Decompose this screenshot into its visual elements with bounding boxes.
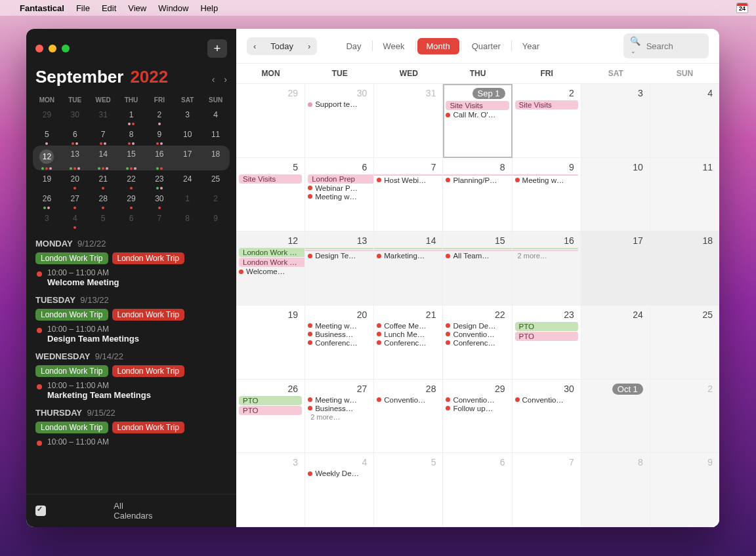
mini-day[interactable]: 7 [145,210,173,229]
agenda-allday-pill[interactable]: London Work Trip [35,422,108,433]
day-cell[interactable]: 11 [650,158,719,232]
mini-day[interactable]: 10 [173,126,201,146]
day-cell[interactable]: 26PTOPTO [236,380,305,454]
agenda-allday-pill[interactable]: London Work Trip [112,252,185,264]
menu-help[interactable]: Help [200,3,218,13]
allday-bar[interactable] [513,248,578,249]
day-cell[interactable]: 3 [236,453,305,527]
mini-day[interactable]: 19 [33,170,61,190]
day-cell[interactable]: 23PTOPTO [513,306,581,380]
mini-day[interactable]: 30 [145,190,173,210]
day-cell[interactable]: 5Site Visits [236,158,305,232]
mini-day[interactable]: 8 [117,126,146,146]
event-item[interactable]: Conventio… [515,396,578,404]
allday-bar[interactable]: Site Visits [239,174,302,184]
agenda-event[interactable]: 10:00 – 11:00 AMDesign Team Meetings [35,325,227,344]
agenda-allday-pill[interactable]: London Work Trip [35,309,108,321]
mini-day[interactable]: 1 [117,106,146,126]
event-item[interactable]: Welcome… [239,268,302,275]
calendar-set-selector[interactable]: All Calendars ⌄ [114,501,152,521]
day-cell[interactable]: 9Meeting w… [513,158,581,232]
event-item[interactable]: Marketing… [377,252,440,260]
allday-bar[interactable] [513,250,578,251]
agenda-event[interactable]: 10:00 – 11:00 AM [35,437,227,447]
allday-bar[interactable]: London Prep [308,174,374,184]
allday-bar[interactable] [443,174,512,176]
search-input[interactable] [646,41,702,51]
event-item[interactable]: Follow up… [446,405,509,412]
prev-period-button[interactable]: ‹ [247,37,262,55]
day-cell[interactable]: 28Conventio… [374,380,443,454]
mini-day[interactable]: 6 [117,210,146,229]
view-month[interactable]: Month [417,38,459,54]
agenda-event[interactable]: 10:00 – 11:00 AMWelcome Meeting [35,268,227,287]
more-events-link[interactable]: 2 more… [515,252,578,260]
day-cell[interactable]: 18 [650,231,719,306]
event-item[interactable]: Conventio… [446,330,509,338]
day-cell[interactable]: 7Host Webi… [374,158,443,232]
day-cell[interactable]: 17 [581,231,650,306]
day-cell[interactable]: 4 [650,84,719,158]
agenda-allday-pill[interactable]: London Work Trip [112,309,185,321]
allday-bar[interactable] [374,250,443,251]
menu-view[interactable]: View [128,3,146,13]
mini-day[interactable]: 16 [145,146,173,170]
event-item[interactable]: Design Te… [308,252,371,260]
day-cell[interactable]: 8 [581,453,650,527]
mini-day[interactable]: 2 [145,106,173,126]
event-item[interactable]: Planning/P… [446,176,509,184]
mini-day[interactable]: 4 [61,210,89,229]
agenda-allday-pill[interactable]: London Work Trip [112,422,185,433]
day-cell[interactable]: 22Design De…Conventio…Conferenc… [443,306,512,380]
event-item[interactable]: Conventio… [377,396,440,404]
day-cell[interactable]: 6London PrepWebinar P…Meeting w… [305,158,374,232]
event-item[interactable]: Conferenc… [446,339,509,347]
day-cell[interactable]: 24 [581,306,650,380]
event-item[interactable]: Coffee Me… [377,322,440,330]
prev-month-button[interactable]: ‹ [212,74,215,85]
allday-bar[interactable] [305,248,374,249]
next-month-button[interactable]: › [224,74,227,85]
day-cell[interactable]: 19 [236,306,305,380]
mini-day[interactable]: 2 [201,190,230,210]
event-item[interactable]: Meeting w… [515,176,578,184]
view-year[interactable]: Year [513,38,549,54]
allday-bar[interactable]: PTO [239,396,302,405]
mini-day[interactable]: 9 [145,126,173,146]
day-cell[interactable]: 30Support te… [305,84,374,158]
day-cell[interactable]: 30Conventio… [513,380,581,454]
mini-day[interactable]: 5 [89,210,117,229]
day-cell[interactable]: 7 [513,453,581,527]
mini-day[interactable]: 8 [173,210,201,229]
mini-calendar[interactable]: MONTUEWEDTHUFRISATSUN 293031123456789101… [26,92,236,236]
day-cell[interactable]: 4Weekly De… [305,453,374,527]
event-item[interactable]: Meeting w… [308,193,371,201]
mini-day[interactable]: 11 [201,126,230,146]
menu-edit[interactable]: Edit [102,3,116,13]
agenda-allday-pill[interactable]: London Work Trip [112,365,185,377]
event-item[interactable]: Webinar P… [308,184,371,192]
day-cell[interactable]: 3 [581,84,650,158]
more-events-link[interactable]: 2 more… [308,413,371,421]
mini-day[interactable]: 23 [145,170,173,190]
day-cell[interactable]: 8Planning/P… [443,158,512,232]
mini-day[interactable]: 27 [61,190,89,210]
mini-day[interactable]: 1 [173,190,201,210]
day-cell[interactable]: 162 more… [513,231,581,306]
view-day[interactable]: Day [337,38,370,54]
today-button[interactable]: Today [262,37,301,55]
app-menu[interactable]: Fantastical [20,3,64,13]
menu-file[interactable]: File [76,3,90,13]
event-item[interactable]: Design De… [446,322,509,330]
allday-bar[interactable]: PTO [239,406,302,415]
allday-bar[interactable]: PTO [515,332,578,341]
mini-day[interactable]: 15 [117,146,146,170]
mini-day[interactable]: 7 [89,126,117,146]
allday-bar[interactable]: London Work Trip [239,258,305,267]
mini-day[interactable]: 22 [117,170,146,190]
day-cell[interactable]: 12London Work TripLondon Work TripWelcom… [236,231,305,306]
mini-day[interactable]: 6 [61,126,89,146]
day-cell[interactable]: 14Marketing… [374,231,443,306]
day-cell[interactable]: Sep 1Site VisitsCall Mr. O'… [443,84,512,158]
day-cell[interactable]: 10 [581,158,650,232]
